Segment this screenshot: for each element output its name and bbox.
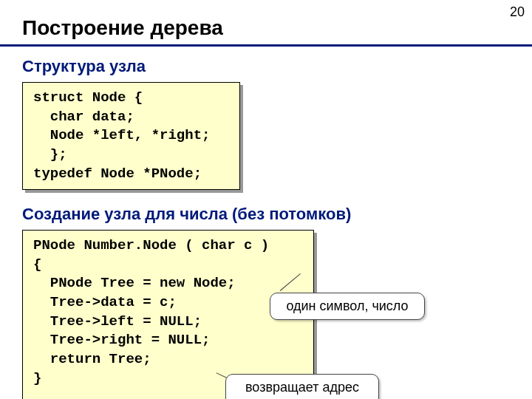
- callout-1: один символ, число: [270, 293, 425, 320]
- section1-heading: Структура узла: [22, 57, 510, 76]
- callout-2: возвращает адрес созданного узла: [225, 374, 379, 399]
- slide-title: Построение дерева: [0, 0, 532, 47]
- code-block-1: struct Node { char data; Node *left, *ri…: [22, 82, 240, 190]
- section2-heading: Создание узла для числа (без потомков): [22, 205, 510, 224]
- content-area: Структура узла struct Node { char data; …: [0, 47, 532, 399]
- code-block-1-wrap: struct Node { char data; Node *left, *ri…: [22, 82, 240, 190]
- page-number: 20: [510, 4, 525, 20]
- code-block-2-wrap: PNode Number.Node ( char c ) { PNode Tre…: [22, 230, 314, 399]
